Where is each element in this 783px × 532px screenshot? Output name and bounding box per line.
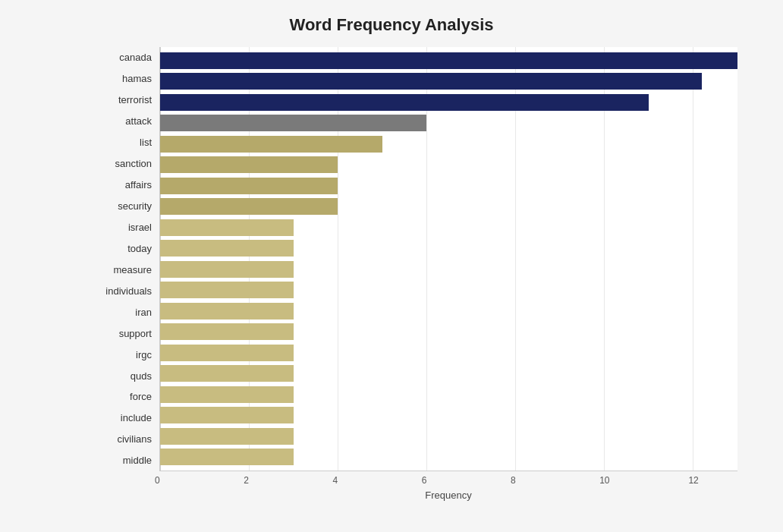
bar-row (160, 176, 737, 196)
bar-fill (160, 136, 382, 153)
chart-inner: canadahamasterroristattacklistsanctionaf… (91, 47, 737, 503)
bar-fill (160, 282, 294, 298)
x-tick: 12 (688, 475, 698, 486)
bar-label: israel (91, 217, 159, 237)
bar-label: individuals (91, 281, 159, 301)
bar-label: today (91, 238, 159, 258)
bar-label: support (91, 323, 159, 343)
bar-fill (160, 261, 294, 278)
bar-row (160, 155, 737, 175)
bar-row (160, 71, 737, 91)
bar-fill (160, 428, 294, 445)
bar-fill (160, 198, 338, 215)
bar-row (160, 218, 737, 238)
bar-row (160, 405, 737, 425)
bars-area (159, 47, 737, 471)
x-tick: 10 (599, 475, 609, 486)
bar-label: hamas (91, 69, 159, 89)
bar-fill (160, 156, 338, 173)
bar-row (160, 427, 737, 446)
bar-fill (160, 365, 294, 382)
bar-fill (160, 407, 294, 423)
bar-label: canada (91, 48, 159, 68)
bar-row (160, 93, 737, 112)
bar-label: iran (91, 302, 159, 322)
bar-label: sanction (91, 154, 159, 174)
bar-row (160, 51, 737, 71)
bar-fill (160, 73, 702, 90)
bar-fill (160, 219, 294, 236)
bar-fill (160, 323, 294, 340)
bar-row (160, 343, 737, 363)
bars-column: 024681012 Frequency (159, 47, 737, 503)
bar-fill (160, 345, 294, 361)
chart-container: Word Frequency Analysis canadahamasterro… (0, 0, 783, 532)
bar-fill (160, 52, 737, 69)
x-tick: 0 (155, 475, 160, 486)
bar-fill (160, 303, 294, 320)
x-tick: 8 (511, 475, 516, 486)
bar-row (160, 134, 737, 154)
bar-label: force (91, 387, 159, 407)
x-tick: 6 (422, 475, 427, 486)
bar-fill (160, 94, 649, 111)
bar-label: irgc (91, 345, 159, 364)
chart-title: Word Frequency Analysis (46, 15, 737, 35)
bar-label: terrorist (91, 90, 159, 110)
labels-column: canadahamasterroristattacklistsanctionaf… (91, 47, 159, 503)
bar-label: quds (91, 366, 159, 386)
bar-row (160, 197, 737, 216)
x-tick: 4 (332, 475, 338, 486)
bar-row (160, 447, 737, 467)
bar-fill (160, 386, 294, 403)
bar-row (160, 238, 737, 258)
bar-label: include (91, 408, 159, 428)
bar-label: security (91, 197, 159, 216)
bar-row (160, 260, 737, 279)
bar-fill (160, 178, 338, 194)
bar-fill (160, 449, 294, 465)
bar-row (160, 113, 737, 133)
bar-label: attack (91, 112, 159, 131)
bar-row (160, 364, 737, 383)
bar-fill (160, 240, 294, 257)
bar-label: list (91, 133, 159, 153)
bar-row (160, 280, 737, 300)
bar-row (160, 322, 737, 342)
bar-label: measure (91, 260, 159, 279)
bar-label: middle (91, 451, 159, 471)
bar-fill (160, 115, 426, 131)
bar-row (160, 301, 737, 321)
x-axis-label: Frequency (159, 490, 737, 501)
bar-label: affairs (91, 175, 159, 195)
x-tick: 2 (244, 475, 249, 486)
bar-label: civilians (91, 430, 159, 449)
bar-row (160, 385, 737, 405)
